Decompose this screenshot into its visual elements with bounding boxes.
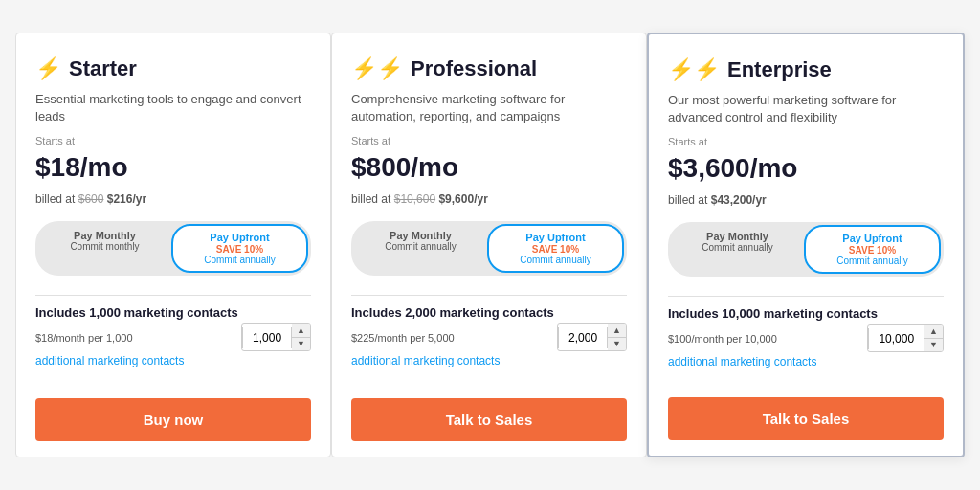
contacts-section: Includes 1,000 marketing contacts $18/mo…	[35, 295, 311, 369]
additional-contacts-link[interactable]: additional marketing contacts	[668, 355, 816, 368]
toggle-annual-sublabel: Commit annually	[813, 256, 931, 266]
contacts-title: Includes 2,000 marketing contacts	[351, 305, 627, 320]
billing-toggle[interactable]: Pay Monthly Commit annually Pay Upfront …	[668, 222, 944, 277]
plan-card-enterprise: ⚡⚡ Enterprise Our most powerful marketin…	[647, 33, 965, 457]
price-main: $18/mo	[35, 152, 311, 183]
toggle-monthly[interactable]: Pay Monthly Commit monthly	[38, 224, 171, 273]
billing-toggle[interactable]: Pay Monthly Commit monthly Pay Upfront S…	[35, 221, 311, 276]
stepper-up[interactable]: ▲	[292, 324, 310, 338]
stepper-up[interactable]: ▲	[608, 324, 626, 338]
price-billed: billed at $10,600 $9,600/yr	[351, 192, 627, 206]
contacts-section: Includes 10,000 marketing contacts $100/…	[668, 296, 944, 370]
plan-card-professional: ⚡⚡ Professional Comprehensive marketing …	[331, 33, 647, 457]
contacts-price: $18/month per 1,000	[35, 332, 234, 344]
plan-header: ⚡ Starter	[35, 56, 311, 81]
plan-card-starter: ⚡ Starter Essential marketing tools to e…	[15, 33, 331, 457]
stepper-down[interactable]: ▼	[608, 338, 626, 350]
price-main: $800/mo	[351, 152, 627, 183]
toggle-annual-sublabel: Commit annually	[497, 255, 614, 265]
toggle-annual[interactable]: Pay Upfront SAVE 10% Commit annually	[804, 225, 941, 274]
toggle-monthly-sublabel: Commit annually	[362, 241, 479, 252]
contacts-stepper[interactable]: 2,000 ▲ ▼	[557, 323, 627, 351]
plan-header: ⚡⚡ Professional	[351, 56, 627, 81]
plan-title: Enterprise	[727, 57, 832, 82]
plan-icon: ⚡⚡	[351, 56, 403, 81]
pricing-container: ⚡ Starter Essential marketing tools to e…	[15, 33, 965, 457]
stepper-buttons: ▲ ▼	[924, 325, 943, 351]
price-main: $3,600/mo	[668, 153, 944, 184]
stepper-value: 1,000	[242, 327, 292, 348]
cta-button[interactable]: Buy now	[35, 398, 311, 441]
contacts-stepper[interactable]: 1,000 ▲ ▼	[241, 323, 311, 351]
contacts-stepper[interactable]: 10,000 ▲ ▼	[867, 324, 944, 352]
contacts-price: $100/month per 10,000	[668, 333, 859, 345]
stepper-value: 2,000	[558, 327, 608, 348]
toggle-annual[interactable]: Pay Upfront SAVE 10% Commit annually	[487, 224, 624, 273]
toggle-monthly-sublabel: Commit monthly	[46, 241, 164, 252]
plan-title: Professional	[411, 56, 537, 81]
contacts-price: $225/month per 5,000	[351, 332, 549, 344]
additional-contacts-link[interactable]: additional marketing contacts	[35, 354, 184, 368]
plan-description: Comprehensive marketing software for aut…	[351, 91, 627, 125]
stepper-buttons: ▲ ▼	[608, 324, 626, 350]
contacts-row: $100/month per 10,000 10,000 ▲ ▼	[668, 324, 944, 352]
toggle-save-badge: SAVE 10%	[532, 244, 579, 255]
additional-contacts-link[interactable]: additional marketing contacts	[351, 354, 500, 368]
toggle-monthly[interactable]: Pay Monthly Commit annually	[671, 225, 804, 274]
contacts-row: $18/month per 1,000 1,000 ▲ ▼	[35, 323, 311, 351]
toggle-annual[interactable]: Pay Upfront SAVE 10% Commit annually	[171, 224, 308, 273]
toggle-save-badge: SAVE 10%	[849, 245, 896, 256]
toggle-annual-sublabel: Commit annually	[181, 255, 299, 265]
contacts-title: Includes 1,000 marketing contacts	[35, 305, 311, 320]
starts-at-label: Starts at	[351, 135, 627, 146]
plan-description: Essential marketing tools to engage and …	[35, 91, 311, 125]
cta-button[interactable]: Talk to Sales	[668, 397, 944, 440]
toggle-monthly-sublabel: Commit annually	[679, 242, 796, 253]
plan-description: Our most powerful marketing software for…	[668, 92, 944, 126]
toggle-save-badge: SAVE 10%	[216, 244, 263, 255]
stepper-buttons: ▲ ▼	[292, 324, 310, 350]
billed-original: $10,600	[394, 192, 435, 206]
stepper-down[interactable]: ▼	[924, 339, 943, 351]
plan-icon: ⚡⚡	[668, 57, 720, 82]
starts-at-label: Starts at	[35, 135, 311, 146]
billing-toggle[interactable]: Pay Monthly Commit annually Pay Upfront …	[351, 221, 627, 276]
cta-button[interactable]: Talk to Sales	[351, 398, 627, 441]
price-billed: billed at $600 $216/yr	[35, 192, 311, 206]
stepper-up[interactable]: ▲	[924, 325, 943, 339]
plan-icon: ⚡	[35, 56, 61, 81]
toggle-monthly[interactable]: Pay Monthly Commit annually	[354, 224, 487, 273]
starts-at-label: Starts at	[668, 136, 944, 147]
plan-header: ⚡⚡ Enterprise	[668, 57, 944, 82]
billed-original: $600	[78, 192, 104, 206]
contacts-section: Includes 2,000 marketing contacts $225/m…	[351, 295, 627, 369]
stepper-value: 10,000	[868, 328, 924, 349]
price-billed: billed at $43,200/yr	[668, 193, 944, 207]
contacts-row: $225/month per 5,000 2,000 ▲ ▼	[351, 323, 627, 351]
stepper-down[interactable]: ▼	[292, 338, 310, 350]
contacts-title: Includes 10,000 marketing contacts	[668, 306, 944, 321]
plan-title: Starter	[69, 56, 137, 81]
